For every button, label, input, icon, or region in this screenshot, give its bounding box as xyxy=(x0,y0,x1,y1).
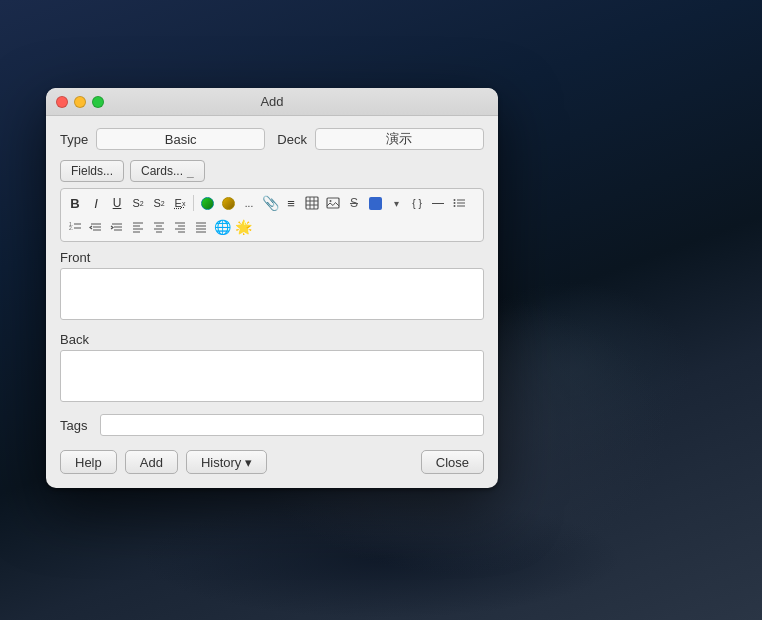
list-button[interactable] xyxy=(449,193,469,213)
svg-point-7 xyxy=(454,199,456,201)
bottom-buttons-row: Help Add History ▾ Close xyxy=(60,450,484,474)
svg-text:2.: 2. xyxy=(69,225,73,231)
deck-label: Deck xyxy=(277,132,307,147)
back-input[interactable] xyxy=(60,350,484,402)
back-label: Back xyxy=(60,332,484,347)
window-title: Add xyxy=(260,94,283,109)
color-yellow-button[interactable] xyxy=(218,193,238,213)
minimize-window-button[interactable] xyxy=(74,96,86,108)
emdash-button[interactable]: — xyxy=(428,193,448,213)
cards-underline-indicator: _ xyxy=(187,164,194,178)
italic-button[interactable]: I xyxy=(86,193,106,213)
color-dropdown-button[interactable]: ▾ xyxy=(386,193,406,213)
table-button[interactable] xyxy=(302,193,322,213)
code-button[interactable]: { } xyxy=(407,193,427,213)
align-right-button[interactable] xyxy=(170,217,190,237)
subscript-button[interactable]: S2 xyxy=(149,193,169,213)
fields-button[interactable]: Fields... xyxy=(60,160,124,182)
history-button[interactable]: History ▾ xyxy=(186,450,267,474)
tags-input[interactable] xyxy=(100,414,484,436)
format-clear-button[interactable]: Ex xyxy=(170,193,190,213)
svg-point-6 xyxy=(330,200,332,202)
strikethrough-button[interactable]: S xyxy=(344,193,364,213)
type-deck-row: Type Basic Deck 演示 xyxy=(60,128,484,150)
superscript-button[interactable]: S2 xyxy=(128,193,148,213)
color-green-button[interactable] xyxy=(197,193,217,213)
more-colors-button[interactable]: ... xyxy=(239,193,259,213)
yellow-color-swatch xyxy=(222,197,235,210)
image-icon xyxy=(326,196,340,210)
align-button[interactable]: ≡ xyxy=(281,193,301,213)
close-window-button[interactable] xyxy=(56,96,68,108)
justify-icon xyxy=(194,220,208,234)
type-selector[interactable]: Basic xyxy=(96,128,265,150)
front-field-section: Front xyxy=(60,250,484,324)
align-center-button[interactable] xyxy=(149,217,169,237)
tags-label: Tags xyxy=(60,418,92,433)
type-label: Type xyxy=(60,132,88,147)
outdent-button[interactable] xyxy=(86,217,106,237)
attach-button[interactable]: 📎 xyxy=(260,193,280,213)
indent-button[interactable] xyxy=(107,217,127,237)
toolbar-row-2: 1. 2. xyxy=(65,216,479,238)
svg-point-9 xyxy=(454,205,456,207)
special-icon-2-button[interactable]: 🌟 xyxy=(233,217,253,237)
green-color-swatch xyxy=(201,197,214,210)
fields-cards-row: Fields... Cards... _ xyxy=(60,160,484,182)
underline-button[interactable]: U xyxy=(107,193,127,213)
list-icon xyxy=(452,196,466,210)
numbered-list-button[interactable]: 1. 2. xyxy=(65,217,85,237)
deck-selector[interactable]: 演示 xyxy=(315,128,484,150)
close-button[interactable]: Close xyxy=(421,450,484,474)
window-controls xyxy=(56,96,104,108)
special-icon-1-button[interactable]: 🌐 xyxy=(212,217,232,237)
maximize-window-button[interactable] xyxy=(92,96,104,108)
numbered-list-icon: 1. 2. xyxy=(68,220,82,234)
tags-row: Tags xyxy=(60,414,484,436)
toolbar-row-1: B I U S2 S2 Ex ... xyxy=(65,192,479,214)
front-input[interactable] xyxy=(60,268,484,320)
align-right-icon xyxy=(173,220,187,234)
modal-body: Type Basic Deck 演示 Fields... Cards... _ … xyxy=(46,116,498,488)
front-label: Front xyxy=(60,250,484,265)
justify-button[interactable] xyxy=(191,217,211,237)
svg-rect-5 xyxy=(327,198,339,208)
back-field-section: Back xyxy=(60,332,484,406)
svg-rect-0 xyxy=(306,197,318,209)
title-bar: Add xyxy=(46,88,498,116)
image-button[interactable] xyxy=(323,193,343,213)
formatting-toolbar: B I U S2 S2 Ex ... xyxy=(60,188,484,242)
outdent-icon xyxy=(89,220,103,234)
align-center-icon xyxy=(152,220,166,234)
svg-point-8 xyxy=(454,202,456,204)
help-button[interactable]: Help xyxy=(60,450,117,474)
add-button[interactable]: Add xyxy=(125,450,178,474)
indent-icon xyxy=(110,220,124,234)
align-left-icon xyxy=(131,220,145,234)
add-card-modal: Add Type Basic Deck 演示 Fields... Cards..… xyxy=(46,88,498,488)
cards-button[interactable]: Cards... _ xyxy=(130,160,205,182)
bold-button[interactable]: B xyxy=(65,193,85,213)
highlight-button[interactable] xyxy=(365,193,385,213)
align-left-button[interactable] xyxy=(128,217,148,237)
table-icon xyxy=(305,196,319,210)
toolbar-separator-1 xyxy=(193,195,194,211)
blue-highlight-swatch xyxy=(369,197,382,210)
